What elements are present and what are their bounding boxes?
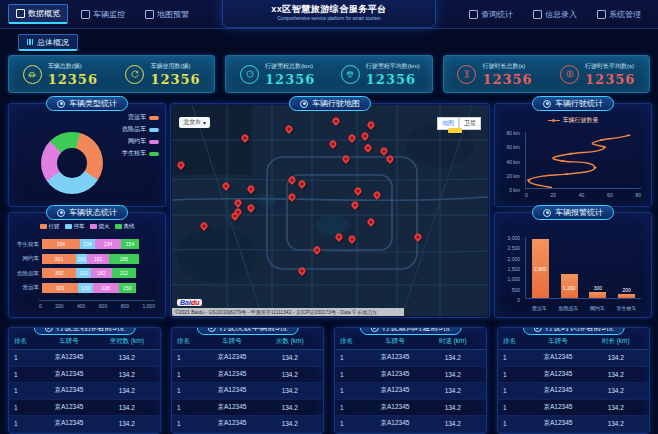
map-pin[interactable] xyxy=(298,181,305,188)
nav-item-2[interactable]: 地图预警 xyxy=(138,6,196,23)
map-pin-shape xyxy=(221,182,231,192)
alarm-bar: 300 xyxy=(589,292,606,298)
nav-item-1[interactable]: 信息录入 xyxy=(526,6,584,23)
map-pin[interactable] xyxy=(235,200,242,207)
map-pin[interactable] xyxy=(415,234,422,241)
map-pin[interactable] xyxy=(333,118,340,125)
map-3d-tag[interactable] xyxy=(448,128,462,133)
status-bar-segment: 134 xyxy=(80,239,95,249)
map-pin[interactable] xyxy=(285,126,292,133)
map-pin[interactable] xyxy=(289,177,296,184)
legend-swatch xyxy=(149,152,159,156)
map-pin[interactable] xyxy=(336,234,343,241)
table-cell: 134.2 xyxy=(99,371,155,378)
axis-tick: 200 xyxy=(55,303,63,309)
panel-title-text: 车辆状态统计 xyxy=(69,207,117,218)
table-cell: 134.2 xyxy=(425,387,481,394)
table-row: 1京A12345134.2 xyxy=(498,383,649,400)
table-row: 1京A12345134.2 xyxy=(9,400,160,417)
legend-item[interactable]: 停车 xyxy=(65,223,85,230)
legend-item[interactable]: 行驶 xyxy=(40,223,60,230)
map-pin[interactable] xyxy=(232,212,239,219)
axis-tick: 0 km xyxy=(497,187,523,193)
tab-overview[interactable]: 总体概况 xyxy=(18,34,78,51)
table-cell: 1 xyxy=(177,387,202,394)
nav-item-0[interactable]: 查询统计 xyxy=(462,6,520,23)
table-cell: 1 xyxy=(14,404,39,411)
driving-line-legend[interactable]: 车辆行驶数量 xyxy=(495,116,651,125)
vehicle-type-title: 车辆类型统计 xyxy=(46,96,128,111)
map-pin[interactable] xyxy=(368,122,375,129)
map-pin-shape xyxy=(366,217,376,227)
panel-title-text: 行驶里程排名前5位 xyxy=(56,327,124,333)
table-cell: 京A12345 xyxy=(39,386,98,395)
nav-item-1[interactable]: 车辆监控 xyxy=(74,6,132,23)
table-cell: 134.2 xyxy=(425,354,481,361)
nav-item-label: 查询统计 xyxy=(481,9,513,20)
legend-item[interactable]: 学生校车 xyxy=(122,149,159,158)
legend-swatch xyxy=(115,224,122,229)
axis-tick: 20 km xyxy=(497,173,523,179)
table-cell: 1 xyxy=(14,420,39,427)
alarm-yaxis: 05001,0001,5002,0002,5003,000 xyxy=(497,233,523,301)
axis-tick: 0 xyxy=(525,192,528,198)
status-bar-segment: 320 xyxy=(42,283,78,293)
nav-item-0[interactable]: 数据概览 xyxy=(8,4,68,24)
table-cell: 京A12345 xyxy=(365,419,424,428)
axis-tick: 40 km xyxy=(497,159,523,165)
table-cell: 1 xyxy=(14,354,39,361)
map-pin[interactable] xyxy=(361,132,368,139)
map-pin[interactable] xyxy=(248,204,255,211)
kpi-card: 车辆总数(辆)12356车辆使用数(辆)12356 xyxy=(8,55,215,93)
ranking-table-title: 行驶最高时速前5位 xyxy=(359,327,461,335)
map-pin[interactable] xyxy=(314,246,321,253)
legend-item[interactable]: 危险品车 xyxy=(122,125,159,134)
table-row: 1京A12345134.2 xyxy=(9,416,160,433)
map-pin[interactable] xyxy=(200,223,207,230)
map-pin[interactable] xyxy=(380,147,387,154)
table-row: 1京A12345134.2 xyxy=(172,350,323,367)
map-pin[interactable] xyxy=(355,187,362,194)
map-pin-shape xyxy=(350,200,360,210)
map-pin[interactable] xyxy=(352,202,359,209)
map-city-selector[interactable]: 北京市 ▾ xyxy=(179,117,210,128)
driving-line-plot xyxy=(525,132,641,189)
map-pin-shape xyxy=(347,133,357,143)
map-pin[interactable] xyxy=(222,183,229,190)
legend-label: 营运车 xyxy=(128,113,146,122)
map-pin[interactable] xyxy=(298,267,305,274)
map-pin[interactable] xyxy=(342,156,349,163)
map-pin[interactable] xyxy=(330,141,337,148)
table-cell: 134.2 xyxy=(588,387,644,394)
map-type-satellite-button[interactable]: 卫星 xyxy=(459,117,481,130)
page-subtitle: Comprehensive service platform for smart… xyxy=(246,16,411,21)
table-cell: 京A12345 xyxy=(39,353,98,362)
kpi-text: 车辆总数(辆)12356 xyxy=(48,62,98,87)
nav-item-2[interactable]: 系统管理 xyxy=(590,6,648,23)
legend-item[interactable]: 离线 xyxy=(115,223,135,230)
map-canvas[interactable]: 北京市 ▾ 地图 卫星 Baidu ©2021 Baidu - GS(2019)… xyxy=(172,105,488,316)
legend-item[interactable]: 熄火 xyxy=(90,223,110,230)
legend-swatch xyxy=(149,128,159,132)
map-pin[interactable] xyxy=(178,162,185,169)
map-pin[interactable] xyxy=(364,145,371,152)
map-pin[interactable] xyxy=(349,134,356,141)
legend-item[interactable]: 网约车 xyxy=(128,137,159,146)
table-row: 1京A12345134.2 xyxy=(9,383,160,400)
nav-item-label: 数据概览 xyxy=(28,8,60,19)
map-pin[interactable] xyxy=(368,219,375,226)
map-title: 车辆行驶地图 xyxy=(289,96,371,111)
map-pin[interactable] xyxy=(349,236,356,243)
table-cell: 134.2 xyxy=(262,387,318,394)
map-pin[interactable] xyxy=(374,191,381,198)
map-pin-shape xyxy=(284,125,294,135)
status-bar-segment: 212 xyxy=(112,268,136,278)
status-bar-segment: 101 xyxy=(76,254,87,264)
map-pin-shape xyxy=(312,245,322,255)
map-pin[interactable] xyxy=(387,156,394,163)
map-pin[interactable] xyxy=(241,134,248,141)
legend-item[interactable]: 营运车 xyxy=(128,113,159,122)
map-pin[interactable] xyxy=(289,193,296,200)
bar-chart-icon xyxy=(469,10,478,19)
map-pin[interactable] xyxy=(248,185,255,192)
